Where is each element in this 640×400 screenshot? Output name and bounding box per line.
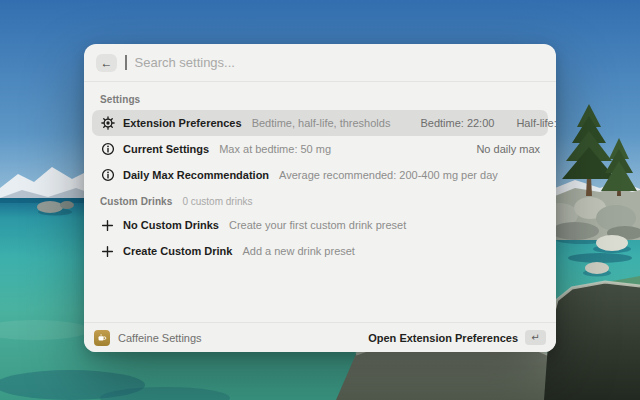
- item-title: Create Custom Drink: [123, 245, 232, 257]
- item-title: Current Settings: [123, 143, 209, 155]
- enter-key-icon: ↵: [525, 330, 546, 345]
- section-subtitle: 0 custom drinks: [182, 196, 252, 207]
- info-icon: [100, 142, 115, 157]
- section-title: Settings: [100, 94, 140, 105]
- section-header-settings: Settings: [92, 86, 548, 110]
- back-button[interactable]: ←: [96, 54, 117, 72]
- item-title: No Custom Drinks: [123, 219, 219, 231]
- status-bar: Caffeine Settings Open Extension Prefere…: [84, 322, 556, 352]
- item-accessory: No daily max: [476, 143, 540, 155]
- item-subtitle: Max at bedtime: 50 mg: [219, 143, 331, 155]
- list-item-no-custom-drinks[interactable]: No Custom Drinks Create your first custo…: [92, 212, 548, 238]
- desktop: ← Settings Extension Preferences Bedtime…: [0, 0, 640, 400]
- item-title: Daily Max Recommendation: [123, 169, 269, 181]
- primary-action-label: Open Extension Preferences: [368, 332, 518, 344]
- list-item-current-settings[interactable]: Current Settings Max at bedtime: 50 mg N…: [92, 136, 548, 162]
- item-subtitle: Add a new drink preset: [242, 245, 355, 257]
- search-bar: ←: [84, 44, 556, 82]
- plus-icon: [100, 244, 115, 259]
- item-accessory: Bedtime: 22:00: [420, 117, 494, 129]
- info-icon: [100, 168, 115, 183]
- item-accessory: Half-life: 5h: [516, 117, 556, 129]
- gear-icon: [100, 116, 115, 131]
- launcher-window: ← Settings Extension Preferences Bedtime…: [84, 44, 556, 352]
- results-list: Settings Extension Preferences Bedtime, …: [84, 82, 556, 322]
- search-input[interactable]: [135, 55, 545, 70]
- item-subtitle: Create your first custom drink preset: [229, 219, 406, 231]
- command-name-label: Caffeine Settings: [118, 332, 202, 344]
- item-title: Extension Preferences: [123, 117, 242, 129]
- list-item-daily-max-recommendation[interactable]: Daily Max Recommendation Average recomme…: [92, 162, 548, 188]
- item-subtitle: Average recommended: 200-400 mg per day: [279, 169, 498, 181]
- list-item-create-custom-drink[interactable]: Create Custom Drink Add a new drink pres…: [92, 238, 548, 264]
- plus-icon: [100, 218, 115, 233]
- text-caret: [125, 55, 127, 70]
- section-title: Custom Drinks: [100, 196, 172, 207]
- arrow-left-icon: ←: [101, 57, 113, 69]
- section-header-custom-drinks: Custom Drinks 0 custom drinks: [92, 188, 548, 212]
- caffeine-app-icon: [94, 330, 110, 346]
- item-subtitle: Bedtime, half-life, thresholds: [252, 117, 391, 129]
- list-item-extension-preferences[interactable]: Extension Preferences Bedtime, half-life…: [92, 110, 548, 136]
- open-extension-preferences-button[interactable]: Open Extension Preferences ↵: [368, 330, 546, 345]
